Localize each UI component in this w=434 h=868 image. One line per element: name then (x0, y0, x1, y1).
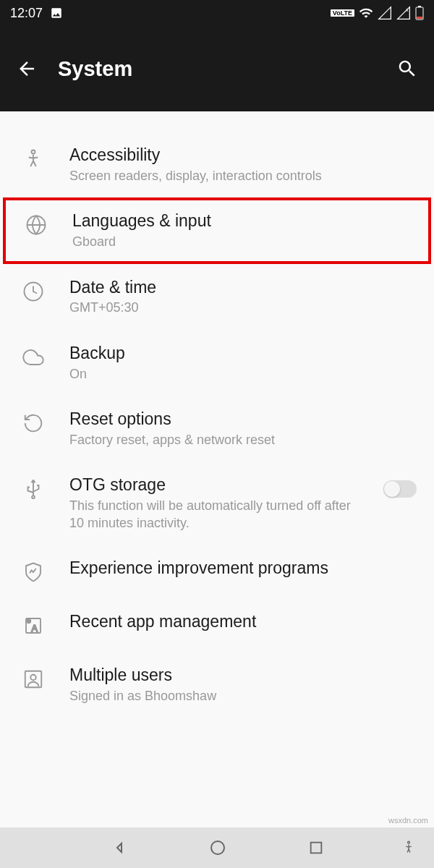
svg-rect-2 (418, 6, 421, 7)
signal-2-icon: x (396, 6, 411, 20)
setting-languages-input[interactable]: Languages & input Gboard (3, 197, 431, 263)
setting-title: Recent app management (69, 611, 417, 633)
svg-text:A: A (32, 624, 38, 634)
page-title: System (58, 57, 376, 81)
nav-recent-button[interactable] (308, 840, 324, 856)
setting-title: Reset options (69, 409, 417, 430)
shield-icon (20, 559, 46, 585)
user-icon (20, 666, 46, 692)
setting-date-time[interactable]: Date & time GMT+05:30 (0, 264, 434, 330)
status-bar: 12:07 VoLTE x (0, 0, 434, 26)
recent-apps-icon: A (20, 613, 46, 639)
svg-point-15 (408, 841, 410, 843)
otg-toggle[interactable] (383, 480, 417, 498)
setting-title: Date & time (69, 277, 417, 299)
settings-list: Accessibility Screen readers, display, i… (0, 111, 434, 718)
setting-otg-storage[interactable]: OTG storage This function will be automa… (0, 461, 434, 545)
nav-back-button[interactable] (111, 839, 128, 856)
setting-title: OTG storage (69, 475, 360, 496)
volte-icon: VoLTE (331, 9, 354, 17)
setting-subtitle: This function will be automatically turn… (69, 498, 360, 532)
reset-icon (20, 410, 46, 436)
setting-recent-app-management[interactable]: A Recent app management (0, 598, 434, 652)
setting-reset-options[interactable]: Reset options Factory reset, apps & netw… (0, 396, 434, 461)
setting-subtitle: Signed in as Bhoomshaw (69, 688, 417, 705)
nav-home-button[interactable] (209, 839, 226, 856)
navigation-bar (0, 827, 434, 868)
setting-backup[interactable]: Backup On (0, 330, 434, 396)
setting-subtitle: GMT+05:30 (69, 299, 417, 316)
svg-point-7 (32, 496, 35, 499)
cloud-icon (20, 344, 46, 370)
setting-multiple-users[interactable]: Multiple users Signed in as Bhoomshaw (0, 652, 434, 718)
back-button[interactable] (16, 58, 38, 80)
svg-point-13 (211, 841, 224, 854)
battery-icon (415, 6, 424, 20)
svg-rect-14 (310, 843, 321, 854)
wifi-icon (359, 6, 373, 20)
app-bar: System (0, 26, 434, 111)
signal-icon (378, 6, 392, 20)
setting-title: Languages & input (72, 210, 414, 232)
setting-accessibility[interactable]: Accessibility Screen readers, display, i… (0, 132, 434, 197)
svg-point-4 (32, 150, 35, 154)
setting-subtitle: Gboard (72, 234, 414, 250)
setting-title: Backup (69, 343, 417, 365)
svg-point-12 (30, 675, 36, 681)
setting-subtitle: Factory reset, apps & network reset (69, 432, 417, 448)
accessibility-icon (20, 146, 46, 172)
watermark: wsxdn.com (388, 816, 428, 825)
globe-icon (23, 212, 49, 238)
nav-accessibility-button[interactable] (401, 840, 417, 856)
svg-point-9 (27, 619, 30, 623)
pictures-icon (50, 7, 63, 20)
search-button[interactable] (396, 58, 418, 80)
setting-subtitle: Screen readers, display, interaction con… (69, 168, 417, 184)
clock-icon (20, 278, 46, 305)
setting-title: Multiple users (69, 665, 417, 686)
setting-experience-programs[interactable]: Experience improvement programs (0, 545, 434, 598)
svg-rect-3 (417, 17, 422, 19)
setting-subtitle: On (69, 366, 417, 383)
usb-icon (20, 476, 46, 502)
setting-title: Accessibility (69, 145, 417, 166)
status-time: 12:07 (10, 6, 43, 21)
setting-title: Experience improvement programs (69, 558, 417, 579)
